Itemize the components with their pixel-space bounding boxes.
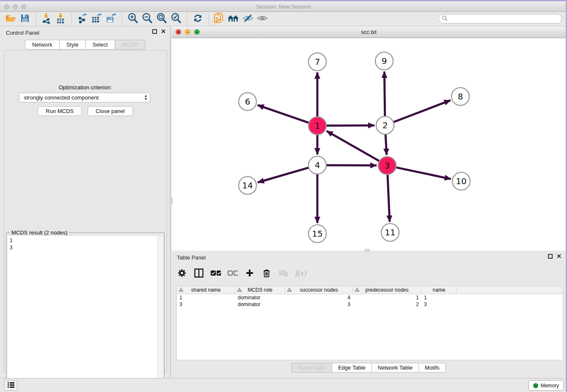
table-panel-title: Table Panel xyxy=(177,254,206,261)
node-9[interactable]: 9 xyxy=(375,52,393,70)
node-label: 15 xyxy=(312,229,322,239)
deselect-all-columns-icon[interactable] xyxy=(228,268,238,278)
edge-4-14[interactable] xyxy=(258,168,309,182)
node-4[interactable]: 4 xyxy=(308,156,326,174)
close-panel-icon[interactable]: ✕ xyxy=(556,254,561,259)
create-network-from-selection-button[interactable] xyxy=(212,13,226,25)
zoom-fit-button[interactable] xyxy=(154,13,169,25)
import-table-button[interactable] xyxy=(54,13,68,25)
edge-1-2[interactable] xyxy=(326,125,374,126)
task-history-button[interactable] xyxy=(4,380,17,391)
node-1[interactable]: 1 xyxy=(308,117,326,135)
column-header-name[interactable]: name xyxy=(421,286,457,294)
zoom-out-button[interactable] xyxy=(140,13,154,25)
table-cell[interactable]: dominator xyxy=(235,301,285,308)
table-cell[interactable]: 3 xyxy=(285,301,353,308)
zoom-selected-button[interactable] xyxy=(169,13,183,25)
zoom-selected-icon xyxy=(171,13,182,25)
float-panel-icon[interactable] xyxy=(548,254,553,259)
table-cell[interactable]: 1 xyxy=(353,294,421,301)
memory-button[interactable]: Memory xyxy=(528,380,564,391)
edge-2-9[interactable] xyxy=(384,72,385,116)
edge-3-1[interactable] xyxy=(327,131,380,161)
node-3[interactable]: 3 xyxy=(378,157,396,174)
search-box[interactable] xyxy=(438,14,562,24)
table-row[interactable]: 3dominator323 xyxy=(177,301,563,308)
search-input[interactable] xyxy=(449,16,561,22)
first-neighbors-button[interactable] xyxy=(226,13,241,25)
mcds-result-group: MCDS result (2 nodes) 13 xyxy=(6,232,165,392)
edge-1-6[interactable] xyxy=(258,105,309,123)
edge-3-10[interactable] xyxy=(396,167,451,179)
table-cell[interactable]: 4 xyxy=(285,294,353,301)
splitter-handle[interactable] xyxy=(170,198,173,204)
table-options-gear-icon[interactable] xyxy=(177,268,187,278)
node-8[interactable]: 8 xyxy=(451,88,469,105)
import-network-button[interactable] xyxy=(39,13,54,25)
tab-select[interactable]: Select xyxy=(85,40,115,50)
edge-4-3[interactable] xyxy=(326,165,377,166)
toolbar-separator xyxy=(122,13,122,25)
column-header-predecessor-nodes[interactable]: predecessor nodes xyxy=(353,286,421,294)
create-new-column-icon[interactable] xyxy=(245,268,255,278)
mcds-result-list[interactable]: 13 xyxy=(8,236,157,391)
export-network-button[interactable] xyxy=(75,13,90,25)
node-6[interactable]: 6 xyxy=(239,93,256,110)
show-column-icon[interactable] xyxy=(194,268,204,278)
table-cell[interactable]: 2 xyxy=(353,301,421,308)
delete-columns-trash-icon[interactable] xyxy=(261,268,272,278)
node-table[interactable]: shared nameMCDS rolesuccessor nodesprede… xyxy=(176,286,563,360)
network-view-titlebar[interactable]: ✕ − + scc.txt xyxy=(172,26,566,38)
select-all-columns-icon[interactable] xyxy=(211,268,221,278)
save-session-button[interactable] xyxy=(18,13,32,25)
optimization-criterion-select[interactable]: strongly connected component ▲▼ xyxy=(19,93,150,102)
result-scrollbar[interactable] xyxy=(157,236,163,391)
table-cell[interactable]: 1 xyxy=(421,294,457,301)
export-table-button[interactable] xyxy=(90,13,104,25)
tab-mcds[interactable]: MCDS xyxy=(115,40,145,50)
column-header-successor-nodes[interactable]: successor nodes xyxy=(285,286,353,294)
result-item[interactable]: 3 xyxy=(10,244,157,251)
tab-node-table[interactable]: Node Table xyxy=(292,363,332,373)
table-cell[interactable]: 3 xyxy=(421,301,457,308)
hide-selected-button[interactable] xyxy=(241,13,255,25)
network-canvas[interactable]: 7968124314101511 xyxy=(172,38,566,251)
export-network-icon xyxy=(77,13,88,25)
tab-network[interactable]: Network xyxy=(25,40,59,50)
open-session-button[interactable] xyxy=(3,13,18,25)
close-panel-icon[interactable]: ✕ xyxy=(161,29,166,34)
tab-style[interactable]: Style xyxy=(59,40,85,50)
float-panel-icon[interactable] xyxy=(152,29,157,34)
export-image-button[interactable] xyxy=(104,13,118,25)
network-view-window: ✕ − + scc.txt 7968124314101511 xyxy=(172,26,566,251)
table-cell[interactable]: 1 xyxy=(177,294,235,301)
splitter-handle[interactable] xyxy=(365,249,370,251)
edge-2-3[interactable] xyxy=(385,134,387,155)
table-cell[interactable]: dominator xyxy=(235,294,285,301)
edge-3-11[interactable] xyxy=(388,174,390,222)
table-row[interactable]: 1dominator411 xyxy=(177,294,563,301)
node-15[interactable]: 15 xyxy=(308,225,326,243)
node-14[interactable]: 14 xyxy=(239,177,256,194)
edge-2-8[interactable] xyxy=(394,100,451,122)
column-header-MCDS-role[interactable]: MCDS role xyxy=(235,286,285,294)
node-label: 14 xyxy=(242,180,253,190)
network-view-title: scc.txt xyxy=(172,29,566,35)
close-panel-button[interactable]: Close panel xyxy=(88,106,133,116)
table-cell[interactable]: 3 xyxy=(177,301,235,308)
chevron-up-down-icon: ▲▼ xyxy=(144,94,148,101)
apply-layout-button[interactable] xyxy=(190,13,205,25)
zoom-in-button[interactable] xyxy=(126,13,140,25)
node-2[interactable]: 2 xyxy=(376,116,394,134)
result-item[interactable]: 1 xyxy=(10,237,157,244)
tab-network-table[interactable]: Network Table xyxy=(372,363,418,373)
run-mcds-button[interactable]: Run MCDS xyxy=(38,106,82,116)
node-7[interactable]: 7 xyxy=(308,53,326,71)
table-panel-tabs: Node Table Edge Table Network Table Moti… xyxy=(172,363,566,373)
tab-motifs[interactable]: Motifs xyxy=(418,363,446,373)
column-header-shared-name[interactable]: shared name xyxy=(177,286,235,294)
node-10[interactable]: 10 xyxy=(452,172,470,190)
node-11[interactable]: 11 xyxy=(381,224,399,241)
show-all-button[interactable] xyxy=(255,13,270,25)
tab-edge-table[interactable]: Edge Table xyxy=(332,363,372,373)
